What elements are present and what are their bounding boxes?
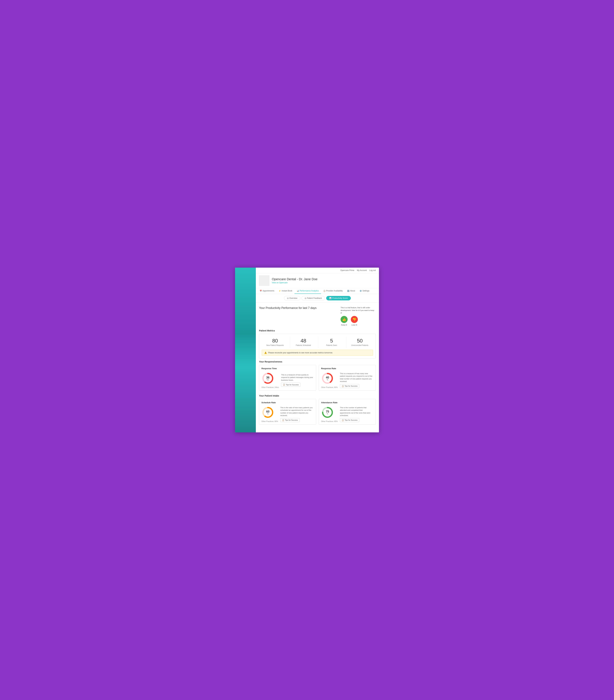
patient-metrics-title: Patient Metrics [259,329,376,332]
page-title-row: Your Productivity Performance for last 7… [259,306,376,326]
provider-availability-icon: 📋 [323,290,325,292]
nav-instant-book[interactable]: ⚡ Instant Book [277,288,295,294]
reconcile-alert: ⚠️ Please reconcile your appointments to… [262,350,373,356]
schedule-rate-info: This is the ratio of how many patients y… [280,406,314,422]
attendance-rate-tips-icon: 📋 [342,419,344,421]
schedule-rate-donut-wrapper: 60 % Other Practices: 80% [261,406,278,422]
attendance-rate-unit: % [326,413,329,415]
schedule-rate-donut: 60 % [261,406,274,419]
response-rate-unit: % [326,379,329,381]
nav-settings[interactable]: ⚙️ Settings [357,288,372,294]
metric-label-requests: New Patient Requests [263,344,288,346]
schedule-rate-title: Schedule Rate [261,401,314,404]
response-rate-tips-icon: 📋 [342,385,344,387]
response-time-body: 36 hrs Other Practices: 24hrs This is a … [261,372,314,388]
response-time-value: 36 [266,376,269,379]
response-rate-value: 40 [326,376,329,379]
metric-label-scheduled: Patients Scheduled [291,344,316,346]
nav-provider-availability[interactable]: 📋 Provider Availability [321,288,345,294]
responsiveness-title: Your Responsiveness [259,360,376,363]
sidebar [235,267,256,433]
attendance-rate-value: 75 [326,410,329,413]
primary-nav: 📅 Appointments ⚡ Instant Book 📊 Performa… [256,288,379,294]
nav-appointments[interactable]: 📅 Appointments [257,288,277,294]
practice-name: Opencare Dental - Dr. Jane Doe [272,277,318,281]
patient-intake-grid: Schedule Rate 60 % [259,399,376,425]
tips-icon: 📋 [283,384,285,386]
response-time-other: Other Practices: 24hrs [261,386,279,388]
schedule-rate-tips-button[interactable]: 📋 Tips for Success [280,418,300,422]
settings-icon: ⚙️ [360,290,362,292]
response-time-desc: This is a measure of how quickly to resp… [281,374,314,382]
schedule-rate-body: 60 % Other Practices: 80% This is the ra… [261,406,314,422]
view-on-opencare-link[interactable]: View on Opencare [272,282,287,284]
performance-analytics-icon: 📊 [297,290,299,292]
metric-value-scheduled: 48 [291,338,316,343]
keep-icon: 👍 [341,316,348,323]
page-title: Your Productivity Performance for last 7… [259,306,317,310]
attendance-rate-other: Other Practices: 85% [321,421,338,422]
patient-intake-title: Your Patient Intake [259,395,376,397]
attendance-rate-card: Attendance Rate 75 % [319,399,376,425]
instant-book-icon: ⚡ [279,290,281,292]
response-rate-info: This is a measure of how many new patien… [340,372,373,388]
response-rate-other: Other Practices: 80% [321,386,338,388]
my-account-link[interactable]: My Account [357,269,367,272]
response-time-card: Response Time 36 hrs [259,365,316,391]
metrics-grid: 80 New Patient Requests 48 Patients Sche… [262,337,373,348]
response-time-info: This is a measure of how quickly to resp… [281,374,314,387]
response-rate-tips-button[interactable]: 📋 Tips for Success [340,384,359,388]
tab-productivity-score[interactable]: 📊 Productivity Score [326,296,351,300]
top-nav: Opencare Prime My Account Log out [256,267,379,273]
schedule-rate-center: 60 % [266,410,269,415]
attendance-rate-title: Attendance Rate [321,401,373,404]
lose-icon: 👎 [351,316,358,323]
nav-performance-analytics[interactable]: 📊 Performance Analytics [295,288,321,294]
appointments-icon: 📅 [260,290,262,292]
attendance-rate-donut: 75 % [321,406,334,419]
attendance-rate-center: 75 % [326,410,329,415]
logout-link[interactable]: Log out [369,269,376,272]
keep-it-button[interactable]: 👍 Keep it! [341,316,348,326]
responsiveness-grid: Response Time 36 hrs [259,365,376,391]
trial-feature-box: This is a trial feature, that is still u… [341,306,376,326]
response-time-donut: 36 hrs [261,372,274,385]
secondary-nav: ◎ Overview ◎ Patient Feedback 📊 Producti… [256,294,379,302]
alert-icon: ⚠️ [264,351,267,354]
lose-it-button[interactable]: 👎 Lose it! [351,316,358,326]
productivity-score-icon: 📊 [329,297,332,299]
schedule-rate-tips-icon: 📋 [282,419,284,421]
alert-text: Please reconcile your appointments to se… [268,352,333,354]
attendance-rate-tips-button[interactable]: 📋 Tips for Success [340,418,359,422]
response-time-title: Response Time [261,367,314,370]
response-rate-desc: This is a measure of how many new patien… [340,372,373,383]
metric-value-seen: 5 [319,338,344,343]
metric-unreconciled: 50 Unreconciled Patients [346,337,373,348]
opencare-prime-link[interactable]: Opencare Prime [341,269,354,272]
tab-patient-feedback[interactable]: ◎ Patient Feedback [302,296,325,300]
nav-about[interactable]: ℹ️ About [345,288,357,294]
response-time-center: 36 hrs [266,376,269,381]
patient-feedback-icon: ◎ [305,297,306,299]
app-container: Opencare Prime My Account Log out Openca… [235,267,379,433]
page-content: Your Productivity Performance for last 7… [256,302,379,433]
response-time-tips-button[interactable]: 📋 Tips for Success [281,383,300,387]
attendance-rate-donut-wrapper: 75 % Other Practices: 85% [321,406,338,422]
overview-icon: ◎ [287,297,289,299]
main-content: Opencare Prime My Account Log out Openca… [256,267,379,433]
response-time-unit: hrs [266,379,269,381]
schedule-rate-card: Schedule Rate 60 % [259,399,316,425]
schedule-rate-value: 60 [266,410,269,413]
patient-metrics-card: 80 New Patient Requests 48 Patients Sche… [259,334,376,359]
response-time-donut-wrapper: 36 hrs Other Practices: 24hrs [261,372,279,388]
vote-buttons: 👍 Keep it! 👎 Lose it! [341,316,376,326]
metric-label-unreconciled: Unreconciled Patients [347,344,373,346]
metric-patients-seen: 5 Patients Seen [318,337,345,348]
metric-patients-scheduled: 48 Patients Scheduled [290,337,317,348]
schedule-rate-desc: This is the ratio of how many patients y… [280,406,314,417]
trial-feature-text: This is a trial feature, that is still u… [341,306,376,314]
response-rate-body: 40 % Other Practices: 80% This is a meas… [321,372,373,388]
tab-overview[interactable]: ◎ Overview [284,296,300,300]
attendance-rate-info: This is the number of patients that atte… [340,406,373,422]
metric-label-seen: Patients Seen [319,344,344,346]
